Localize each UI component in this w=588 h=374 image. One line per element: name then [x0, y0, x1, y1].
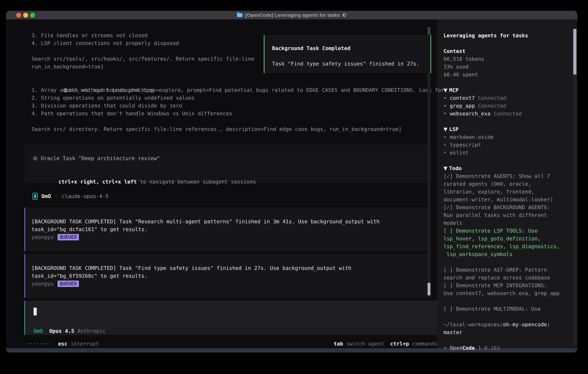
output-line [32, 47, 254, 55]
task-text-line: [BACKGROUND TASK COMPLETED] Task "Resear… [32, 218, 431, 226]
prompt-input[interactable]: OmO Opus 4.5 Anthropic [24, 301, 437, 335]
task-author: yeongyu [32, 233, 53, 241]
todo-line: librarian, explore, frontend, [443, 188, 571, 196]
agent-session-header: OmO · claude-opus-4-5 [32, 192, 109, 200]
half-moon-icon [343, 13, 346, 17]
task-text-line: task_id="bg_6f59260c" to get results. [32, 272, 431, 280]
esc-key-label: interrupt [67, 340, 99, 348]
session-sidebar: Leveraging agents for tasks Context 66,5… [443, 32, 571, 352]
main-scrollbar-track[interactable] [428, 35, 430, 295]
oracle-task-label: Oracle Task "Deep architecture review" [41, 155, 160, 162]
background-task-message: [BACKGROUND TASK COMPLETED] Task "Resear… [24, 208, 431, 251]
context-used: 33% used [443, 63, 571, 71]
minimize-button[interactable] [23, 13, 28, 18]
task-text-line: task_id="bg_dcfac161" to get results. [32, 226, 431, 233]
todo-line: [ ] Demonstrate AST-GREP: Pattern [443, 266, 571, 274]
mcp-item: • context7 Connected [443, 94, 571, 102]
mcp-name: websearch_exa [450, 111, 491, 116]
todo-line: curated agents (OmO, oracle, [443, 180, 571, 188]
todo-line: [✓] Demonstrate BACKGROUND AGENTS: [443, 204, 571, 211]
lsp-section-header[interactable]: ▼ LSP [443, 125, 571, 133]
folder-icon [237, 13, 242, 17]
screen: [OpenCode] Leveraging agents for tasks 3… [0, 0, 588, 374]
output-line: 4. LSP client connections not properly d… [32, 39, 254, 47]
session-title: Leveraging agents for tasks [443, 32, 571, 40]
titlebar: [OpenCode] Leveraging agents for tasks [6, 11, 577, 20]
lsp-item: • typescript [443, 141, 571, 149]
todo-line: search and replace across codebase [443, 274, 571, 281]
workspace-branch: master [443, 328, 571, 336]
chevron-down-icon: ▼ [443, 87, 449, 93]
tool-call-arg [32, 117, 444, 125]
chevron-down-icon: ▼ [443, 126, 449, 132]
main-scrollbar-cap [428, 27, 430, 35]
sidebar-scrollbar-track[interactable] [573, 29, 577, 346]
toast-title: Background Task Completed [272, 44, 430, 52]
lsp-item: • eslint [443, 149, 571, 157]
chevron-down-icon: ▼ [443, 165, 449, 171]
todo-line: [ ] Demonstrate LSP TOOLS: Use [443, 227, 571, 235]
agent-icon [32, 193, 38, 200]
background-task-message: [BACKGROUND TASK COMPLETED] Task "Find t… [24, 254, 431, 298]
lsp-item: • markdown-oxide [443, 133, 571, 141]
status-dot-icon: • [443, 142, 447, 148]
gear-icon [31, 80, 68, 103]
tab-key-hint: tab [334, 340, 343, 348]
tool-call-arg: 2. String operations on potentially unde… [32, 94, 444, 102]
todo-line: lsp_workspace_symbols [443, 250, 571, 258]
background-task-toast: Background Task Completed Task "Find typ… [264, 35, 431, 73]
opencode-window: [OpenCode] Leveraging agents for tasks 3… [6, 11, 577, 353]
status-dot-icon: • [443, 103, 447, 109]
tab-key-label: switch agent [343, 340, 384, 348]
tool-call-arg: Search src/ directory. Return specific f… [32, 125, 444, 133]
mcp-status: Connected [475, 95, 506, 101]
close-button[interactable] [16, 13, 21, 18]
context-heading: Context [443, 47, 571, 55]
todo-line: [ ] Demonstrate MCP INTEGRATIONS: [443, 281, 571, 289]
lsp-name: markdown-oxide [450, 134, 494, 140]
mcp-name: grep_app [450, 103, 475, 109]
status-dot-icon: • [443, 95, 447, 101]
todo-section-header[interactable]: ▼ Todo [443, 165, 571, 172]
queued-badge: QUEUED [58, 234, 79, 240]
oracle-task-card[interactable]: Oracle Task "Deep architecture review" c… [24, 145, 431, 183]
status-bar: ········ esc interrupt tab switch agent … [27, 340, 437, 348]
todo-line: [ ] Demonstrate MULTIMODAL: Use [443, 305, 571, 313]
context-tokens: 66,518 tokens [443, 55, 571, 63]
bullet-icon: • [443, 345, 450, 351]
esc-key-hint: esc [58, 340, 67, 348]
status-dot-icon: • [443, 111, 447, 116]
opencode-version: • OpenCode 1.0.163 [443, 344, 571, 352]
status-dot-icon: • [443, 134, 447, 140]
sidebar-scrollbar-thumb[interactable] [573, 29, 577, 74]
fisheye-icon [33, 156, 37, 160]
toast-body: Task "Find type safety issues" finished … [272, 60, 430, 68]
tool-call-arg: 4. Path operations that don't handle Win… [32, 110, 444, 117]
todo-line: lsp_find_references, lsp_diagnostics, [443, 242, 571, 250]
context-spent: $0.46 spent [443, 71, 571, 79]
output-line: 3. File handles or streams not closed [32, 31, 254, 39]
oracle-hint-keys: ctrl+x right, ctrl+x left [58, 179, 137, 185]
todo-line: [✓] Demonstrate AGENTS: Show all 7 [443, 172, 571, 180]
text-cursor [33, 308, 37, 315]
mcp-section-header[interactable]: ▼ MCP [443, 86, 571, 94]
todo-line: Use context7, websearch_exa, grep_app [443, 289, 571, 297]
main-scrollbar-thumb[interactable] [428, 283, 430, 295]
input-model-name: Opus 4.5 [49, 327, 74, 335]
queued-badge: QUEUED [58, 280, 79, 287]
task-author: yeongyu [32, 280, 53, 288]
tool-call-text: call_omo_agent [subagent_type=explore, p… [65, 87, 444, 93]
mcp-name: context7 [450, 95, 475, 101]
mcp-item: • grep_app Connected [443, 102, 571, 110]
oracle-task-label-row: Oracle Task "Deep architecture review" [33, 155, 431, 162]
lsp-name: eslint [450, 150, 469, 156]
separator-dot: · [55, 192, 58, 200]
tool-call-line: call_omo_agent [subagent_type=explore, p… [32, 78, 444, 86]
zoom-button[interactable] [30, 13, 35, 18]
spinner-dots: ········ [27, 340, 52, 348]
todo-line: models [443, 219, 571, 227]
mcp-status: Connected [491, 111, 522, 116]
tool-call-block: call_omo_agent [subagent_type=explore, p… [32, 78, 444, 133]
tool-call-arg: 3. Division operations that could divide… [32, 102, 444, 110]
window-title: [OpenCode] Leveraging agents for tasks [245, 11, 340, 19]
